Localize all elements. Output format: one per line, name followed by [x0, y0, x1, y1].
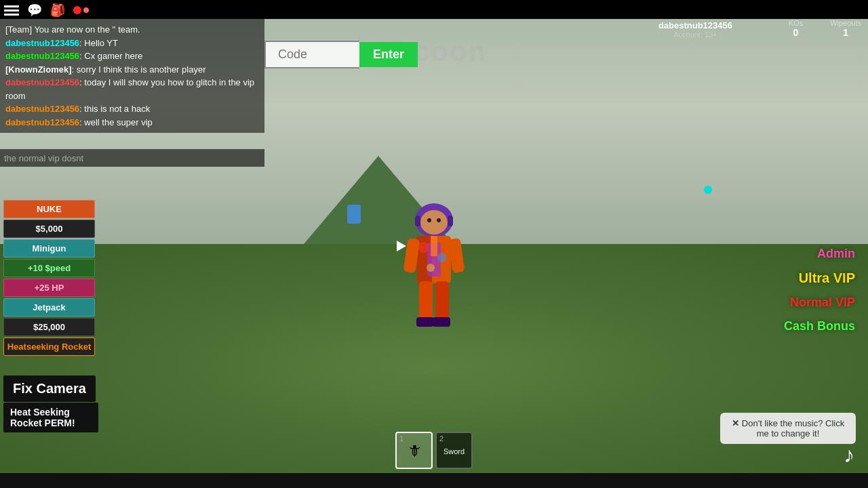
chat-username: dabestnub123456 — [5, 117, 79, 127]
ultra-vip-button[interactable]: Ultra VIP — [789, 268, 865, 289]
bag-icon[interactable]: 🎒 — [50, 3, 65, 18]
chat-line: dabestnub123456: Hello YT — [5, 37, 259, 50]
wipeouts-block: Wipeouts 1 — [830, 19, 861, 38]
chat-line: dabestnub123456: Cx gamer here — [5, 49, 259, 63]
normal-vip-button[interactable]: Normal VIP — [781, 293, 865, 312]
music-note-button[interactable]: ♪ — [844, 443, 854, 468]
chat-panel: [Team] You are now on the '' team. dabes… — [0, 19, 264, 133]
chat-line: [KnownZiomek]: sorry I think this is ano… — [5, 63, 259, 77]
heatseeking-rocket-button[interactable]: Heatseeking Rocket — [3, 338, 95, 356]
svg-point-5 — [437, 218, 441, 222]
hotbar-slots: 1 🗡 2 Sword — [395, 432, 473, 469]
money-25000-button[interactable]: $25,000 — [3, 318, 95, 336]
left-panel: NUKE $5,000 Minigun +10 $peed +25 HP Jet… — [3, 200, 95, 356]
svg-point-17 — [437, 253, 447, 262]
enter-button[interactable]: Enter — [359, 42, 418, 67]
chat-username: dabestnub123456 — [5, 104, 79, 114]
money-5000-button[interactable]: $5,000 — [3, 220, 95, 238]
slot-number-1: 1 — [399, 434, 403, 443]
slot-number-2: 2 — [439, 434, 443, 443]
svg-point-3 — [420, 210, 448, 235]
svg-rect-12 — [419, 281, 433, 322]
chat-line: dabestnub123456: well the super vip — [5, 116, 259, 129]
svg-rect-1 — [415, 216, 420, 226]
kos-block: KOs 0 — [789, 19, 803, 38]
chat-username: dabestnub123456 — [5, 38, 79, 48]
heat-seeking-perm-label: Heat SeekingRocket PERM! — [3, 403, 98, 432]
chat-text: : well the super vip — [79, 117, 153, 127]
top-left-icons: 💬 🎒 — [4, 3, 89, 18]
minigun-button[interactable]: Minigun — [3, 239, 95, 258]
nuke-button[interactable]: NUKE — [3, 200, 95, 218]
account-tier: Account: 13+ — [658, 30, 732, 39]
chat-text: : Cx gamer here — [79, 51, 142, 61]
top-black-bar — [0, 0, 868, 19]
tent-gem — [347, 205, 361, 224]
wipeouts-label: Wipeouts — [830, 19, 861, 27]
hamburger-icon[interactable] — [4, 3, 19, 18]
admin-button[interactable]: Admin — [808, 244, 865, 264]
bottom-black-bar — [0, 473, 868, 488]
kos-label: KOs — [789, 19, 803, 27]
chat-text: [Team] You are now on the '' team. — [5, 24, 140, 35]
speed-button[interactable]: +10 $peed — [3, 259, 95, 277]
music-tooltip-text: Don't like the music? Click me to change… — [742, 418, 844, 439]
chat-line: dabestnub123456: today I will show you h… — [5, 76, 259, 102]
username-label: dabestnub123456 — [658, 20, 732, 30]
svg-rect-15 — [433, 317, 450, 327]
svg-rect-9 — [431, 236, 437, 256]
kos-value: 0 — [789, 27, 803, 38]
svg-point-4 — [427, 218, 431, 222]
code-input[interactable] — [264, 41, 359, 68]
chat-username: dabestnub123456 — [5, 77, 79, 87]
hp-button[interactable]: +25 HP — [3, 279, 95, 297]
svg-point-18 — [427, 264, 435, 272]
record-icon — [73, 6, 89, 14]
svg-rect-13 — [435, 281, 449, 322]
chat-text: : Hello YT — [79, 38, 118, 48]
top-right-hud: KOs 0 Wipeouts 1 — [789, 19, 861, 38]
hotbar-slot-2[interactable]: 2 Sword — [435, 432, 473, 469]
account-info: dabestnub123456 Account: 13+ — [658, 20, 732, 39]
close-icon[interactable]: ✕ — [732, 418, 739, 428]
chat-text: : sorry I think this is another player — [72, 64, 206, 75]
teal-dot — [704, 186, 712, 194]
svg-rect-14 — [416, 317, 434, 327]
chat-icon[interactable]: 💬 — [27, 3, 42, 18]
mouse-cursor — [397, 241, 406, 251]
chat-line: [Team] You are now on the '' team. — [5, 23, 259, 37]
hotbar-slot-1[interactable]: 1 🗡 — [395, 432, 433, 469]
fix-camera-button[interactable]: Fix Camera — [3, 375, 96, 402]
music-tooltip[interactable]: ✕Don't like the music? Click me to chang… — [720, 413, 856, 444]
player-character — [393, 197, 475, 346]
svg-rect-2 — [448, 216, 453, 226]
right-panel: Admin Ultra VIP Normal VIP Cash Bonus — [774, 244, 865, 336]
slot-label-sword: Sword — [443, 447, 465, 455]
cash-bonus-button[interactable]: Cash Bonus — [774, 317, 865, 336]
character-svg — [393, 197, 475, 346]
chat-text: : this is not a hack — [79, 104, 150, 114]
chat-line: dabestnub123456: this is not a hack — [5, 102, 259, 116]
jetpack-button[interactable]: Jetpack — [3, 298, 95, 317]
chat-input-box[interactable] — [0, 149, 264, 167]
chat-input[interactable] — [4, 153, 260, 163]
chat-username: [KnownZiomek] — [5, 64, 72, 75]
wipeouts-value: 1 — [830, 27, 861, 38]
heat-seeking-text: Heat SeekingRocket PERM! — [10, 407, 75, 428]
svg-point-16 — [418, 242, 429, 253]
sword-icon: 🗡 — [407, 442, 422, 460]
code-bar[interactable]: Enter — [264, 41, 418, 68]
hotbar: 1 🗡 2 Sword — [395, 432, 473, 469]
chat-username: dabestnub123456 — [5, 51, 79, 61]
